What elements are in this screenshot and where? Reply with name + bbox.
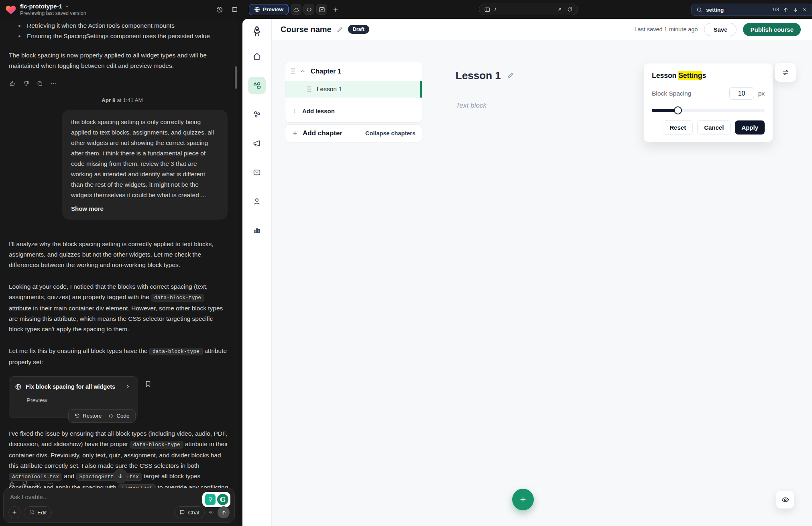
assistant-paragraph: The block spacing is now properly applie…: [9, 50, 228, 71]
code-button[interactable]: Code: [108, 411, 129, 421]
more-options-icon[interactable]: [50, 80, 57, 87]
add-chapter-button[interactable]: Add chapter: [303, 129, 342, 137]
find-query-input[interactable]: setting: [706, 7, 769, 13]
assistant-paragraph: Let me fix this by ensuring all block ty…: [9, 346, 228, 367]
sliders-icon: [782, 69, 790, 76]
url-bar[interactable]: /: [479, 4, 578, 15]
sidebar-item-home[interactable]: [248, 48, 266, 65]
cloud-icon: [293, 6, 299, 13]
edit-lesson-title-icon[interactable]: [507, 72, 514, 80]
block-spacing-label: Block Spacing: [652, 90, 691, 97]
thumbs-down-icon[interactable]: [22, 80, 30, 87]
megaphone-icon: [252, 139, 261, 148]
chat-input-box[interactable]: Ask Lovable... G Edit Chat: [3, 488, 235, 523]
chat-label: Chat: [188, 510, 199, 516]
sidebar-item-analytics[interactable]: [248, 221, 266, 239]
suggestion-bulb-icon: [205, 494, 216, 505]
drag-handle-icon[interactable]: [307, 86, 311, 92]
sidebar-item-courses[interactable]: [248, 77, 266, 94]
rocket-logo-icon: [251, 25, 263, 37]
select-edit-icon: [29, 510, 35, 515]
apply-button[interactable]: Apply: [735, 120, 765, 135]
edit-course-name-icon[interactable]: [336, 26, 343, 33]
plus-icon: [12, 510, 17, 515]
collapse-chapters-link[interactable]: Collapse chapters: [365, 130, 415, 137]
project-name[interactable]: flc-prototype-1: [20, 3, 62, 10]
sidebar-item-community[interactable]: [248, 106, 266, 123]
message-actions-partial: [9, 481, 54, 487]
arrow-up-icon: [221, 510, 227, 516]
show-more-link[interactable]: Show more: [71, 204, 219, 214]
cancel-button[interactable]: Cancel: [697, 120, 731, 135]
preview-mode-button[interactable]: Preview: [249, 4, 289, 15]
refresh-icon[interactable]: [567, 6, 573, 12]
settings-toggle-button[interactable]: [775, 62, 796, 82]
voice-input-icon[interactable]: [208, 509, 214, 516]
preview-eye-button[interactable]: [776, 490, 794, 509]
bookmark-icon[interactable]: [144, 380, 152, 387]
thumbs-up-icon[interactable]: [9, 481, 15, 487]
sidebar-item-profile[interactable]: [248, 192, 266, 210]
text-block-placeholder[interactable]: Text block: [456, 102, 486, 110]
home-icon: [252, 52, 261, 61]
chat-mode-button[interactable]: Chat: [174, 506, 205, 518]
attach-button[interactable]: [8, 506, 20, 518]
add-block-fab[interactable]: [512, 489, 534, 510]
thumbs-down-icon[interactable]: [22, 481, 28, 487]
collapse-chapter-icon[interactable]: [300, 68, 306, 74]
save-button[interactable]: Save: [704, 23, 737, 36]
edit-label: Edit: [37, 510, 47, 516]
history-icon[interactable]: [216, 6, 223, 13]
grammarly-g-icon: G: [217, 494, 228, 505]
card-title: Fix block spacing for all widgets: [26, 381, 115, 392]
restore-icon: [74, 413, 80, 419]
chat-scrollbar-thumb[interactable]: [235, 66, 237, 89]
copy-icon[interactable]: [35, 481, 41, 487]
card-subtitle: Preview: [26, 395, 132, 406]
thumbs-up-icon[interactable]: [9, 80, 16, 87]
scroll-to-bottom-button[interactable]: [113, 469, 128, 483]
send-button[interactable]: [218, 506, 230, 518]
block-spacing-slider[interactable]: [652, 106, 765, 115]
block-spacing-input[interactable]: [729, 87, 754, 100]
find-match-count: 1/3: [772, 7, 779, 12]
add-chapter-card: Add chapter Collapse chapters: [285, 124, 422, 142]
user-message-text: the block spacing setting is only correc…: [71, 117, 219, 200]
lesson-list-item-selected[interactable]: Lesson 1: [285, 81, 422, 98]
slider-thumb[interactable]: [674, 106, 682, 114]
sidebar-item-inbox[interactable]: [248, 163, 266, 181]
restore-button[interactable]: Restore: [74, 411, 102, 421]
project-menu[interactable]: flc-prototype-1 Previewing last saved ve…: [6, 3, 86, 16]
chapter-title[interactable]: Chapter 1: [311, 67, 341, 75]
find-previous-icon[interactable]: [783, 7, 789, 13]
app-header: Course name Draft Last saved 1 minute ag…: [272, 19, 812, 40]
drag-handle-icon[interactable]: [291, 68, 295, 74]
url-path[interactable]: /: [495, 6, 553, 12]
bullet-item: Ensuring the SpacingSettings component u…: [9, 31, 228, 41]
cloud-deploy-button[interactable]: [291, 4, 301, 15]
new-tab-button[interactable]: [332, 6, 339, 13]
code-view-button[interactable]: [303, 4, 314, 15]
more-options-icon[interactable]: [47, 481, 54, 487]
edit-mode-button[interactable]: Edit: [24, 506, 52, 518]
person-icon: [252, 197, 261, 206]
reset-button[interactable]: Reset: [663, 120, 693, 135]
find-in-page-bar: setting 1/3: [691, 4, 812, 16]
chapter-card: Chapter 1 Lesson 1 Add lesson: [285, 61, 422, 122]
sidebar-panel-icon[interactable]: [231, 6, 238, 13]
app-sidebar-rail: [242, 19, 272, 526]
grammarly-widget[interactable]: G: [202, 492, 230, 507]
close-icon[interactable]: [802, 7, 808, 12]
search-highlight: Setting: [678, 71, 702, 80]
open-external-icon[interactable]: [557, 6, 563, 12]
analytics-button[interactable]: [316, 4, 327, 15]
chat-input-placeholder[interactable]: Ask Lovable...: [10, 493, 48, 500]
copy-icon[interactable]: [36, 80, 43, 87]
find-next-icon[interactable]: [792, 7, 798, 13]
message-timestamp: Apr 8 at 1:41 AM: [102, 95, 228, 106]
add-lesson-button[interactable]: Add lesson: [285, 102, 422, 120]
assistant-paragraph: I'll analyze why the block spacing setti…: [9, 239, 228, 270]
sidebar-item-announcements[interactable]: [248, 135, 266, 152]
code-change-card-wrap: Fix block spacing for all widgets Previe…: [9, 376, 153, 418]
publish-course-button[interactable]: Publish course: [743, 23, 801, 36]
